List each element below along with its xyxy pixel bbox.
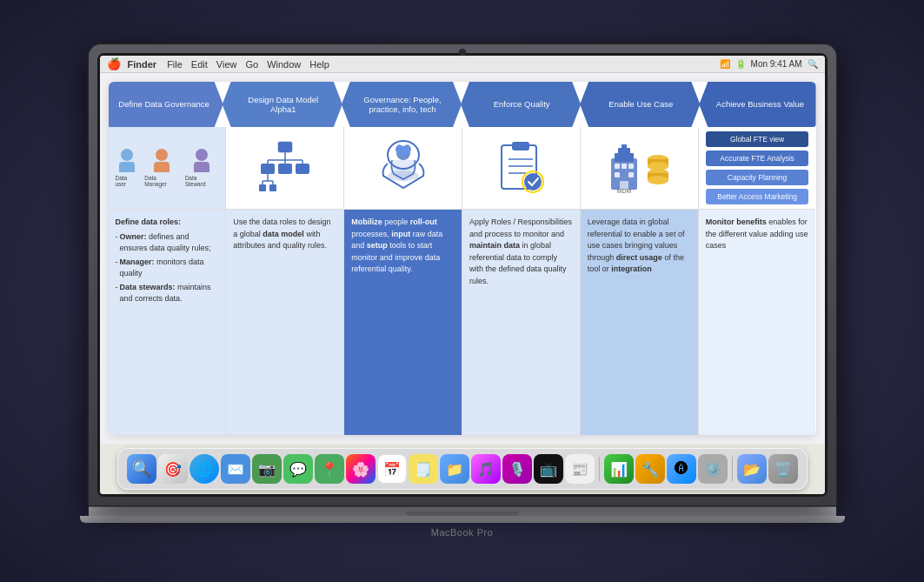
btn-accurate-fte[interactable]: Accurate FTE Analysis xyxy=(706,151,809,166)
hierarchy-icon xyxy=(255,137,316,198)
header-cell-1: Define Data Governance xyxy=(109,82,223,127)
text-cell-6: Monitor benefits enables for the differe… xyxy=(699,210,816,435)
dock-icon-photos[interactable]: 🌸 xyxy=(346,454,376,484)
svg-rect-0 xyxy=(278,142,292,152)
user-figure-1: Data user xyxy=(116,149,140,187)
dock-icon-messages[interactable]: 💬 xyxy=(283,454,313,484)
dock-area: 🔍 🎯 🌐 ✉️ 📷 💬 📍 🌸 📅 🗒️ 📁 🎵 🎙️ 📺 xyxy=(100,444,825,494)
menubar-app: Finder xyxy=(128,59,157,70)
button-group: Global FTE view Accurate FTE Analysis Ca… xyxy=(706,131,809,204)
dock-icon-notes[interactable]: 🗒️ xyxy=(409,454,438,484)
svg-rect-31 xyxy=(628,164,634,169)
menubar-time: Mon 9:41 AM xyxy=(751,59,802,69)
apple-logo[interactable]: 🍎 xyxy=(107,57,121,70)
dock-icon-news[interactable]: 📰 xyxy=(565,454,595,484)
menu-file[interactable]: File xyxy=(167,59,183,70)
svg-point-23 xyxy=(524,173,542,191)
svg-rect-32 xyxy=(615,172,620,177)
text-cell-5: Leverage data in global referential to e… xyxy=(581,210,698,435)
svg-rect-19 xyxy=(512,142,529,151)
text-cell-2: Use the data roles to design a global da… xyxy=(226,210,343,435)
dock-icon-files[interactable]: 📁 xyxy=(440,454,469,484)
coins-icon xyxy=(646,142,670,194)
menu-window[interactable]: Window xyxy=(267,59,301,70)
dock-icon-trash[interactable]: 🗑️ xyxy=(768,454,798,484)
menubar-items: File Edit View Go Window Help xyxy=(167,59,329,70)
icon-cell-4 xyxy=(462,127,580,210)
screen: 🍎 Finder File Edit View Go Window Help 📶… xyxy=(100,56,825,494)
macbook-label: MacBook Pro xyxy=(431,527,494,538)
text-cell-4: Apply Roles / Responsibilities and proce… xyxy=(462,210,580,435)
dock-separator xyxy=(599,457,600,481)
dock-icon-launchpad[interactable]: 🎯 xyxy=(158,454,188,484)
icon-cell-3 xyxy=(344,127,462,210)
menu-view[interactable]: View xyxy=(216,59,237,70)
svg-rect-13 xyxy=(259,184,266,191)
text-cell-3: Mobilize people roll-out processes, inpu… xyxy=(344,210,462,435)
governance-icon xyxy=(373,137,434,198)
header-cell-3: Governance: People, practice, info, tech xyxy=(342,82,462,127)
dock-icon-itunes[interactable]: 🎵 xyxy=(471,454,501,484)
svg-rect-8 xyxy=(296,164,309,174)
menu-go[interactable]: Go xyxy=(245,59,258,70)
dock-icon-settings[interactable]: ⚙️ xyxy=(698,454,728,484)
header-cell-5: Enable Use Case xyxy=(580,82,700,127)
dock-icon-appstore[interactable]: 🅐 xyxy=(667,454,696,484)
dock-icon-toolbox[interactable]: 🔧 xyxy=(635,454,665,484)
menubar: 🍎 Finder File Edit View Go Window Help 📶… xyxy=(100,56,825,73)
svg-rect-33 xyxy=(628,172,634,177)
header-cell-4: Enforce Quality xyxy=(461,82,581,127)
diagram: Define Data Governance Design Data Model… xyxy=(109,82,816,435)
icon-cell-1: Data user Data Manager xyxy=(109,127,226,210)
icon-cell-6: Global FTE view Accurate FTE Analysis Ca… xyxy=(699,127,816,210)
macbook-hinge xyxy=(89,505,836,516)
header-cell-6: Achieve Business Value xyxy=(699,82,815,127)
dock-icon-mail[interactable]: ✉️ xyxy=(221,454,250,484)
menu-edit[interactable]: Edit xyxy=(191,59,208,70)
dock-icon-safari[interactable]: 🌐 xyxy=(189,454,219,484)
dock-icon-folder[interactable]: 📂 xyxy=(737,454,767,484)
svg-text:MDM: MDM xyxy=(617,188,632,194)
grid-col-5: MDM xyxy=(581,127,699,435)
grid-col-1: Data user Data Manager xyxy=(109,127,227,435)
dock-separator-2 xyxy=(732,457,733,481)
dock-icon-numbers[interactable]: 📊 xyxy=(604,454,634,484)
menu-help[interactable]: Help xyxy=(309,59,329,70)
dock-icon-facetime[interactable]: 📷 xyxy=(252,454,282,484)
header-row: Define Data Governance Design Data Model… xyxy=(109,82,816,127)
svg-point-41 xyxy=(648,176,668,184)
mdm-icon: MDM xyxy=(608,141,641,195)
dock-icon-tv[interactable]: 📺 xyxy=(534,454,563,484)
grid-col-4: Apply Roles / Responsibilities and proce… xyxy=(462,127,581,435)
main-content: Define Data Governance Design Data Model… xyxy=(100,73,825,444)
btn-marketing[interactable]: Better Access Marketing xyxy=(706,189,809,204)
svg-rect-14 xyxy=(269,184,276,191)
svg-rect-30 xyxy=(622,164,627,169)
icon-cell-5: MDM xyxy=(581,127,698,210)
svg-point-17 xyxy=(388,171,419,181)
grid-col-3: Mobilize people roll-out processes, inpu… xyxy=(344,127,462,435)
btn-capacity[interactable]: Capacity Planning xyxy=(706,170,809,185)
text-cell-1: Define data roles: -Owner: defines and e… xyxy=(109,210,226,435)
dock-icon-podcasts[interactable]: 🎙️ xyxy=(502,454,532,484)
user-figure-3: Data Steward xyxy=(185,149,219,187)
grid-col-6: Global FTE view Accurate FTE Analysis Ca… xyxy=(699,127,816,435)
icon-cell-2 xyxy=(226,127,343,210)
user-figure-2: Data Manager xyxy=(144,149,179,187)
dock-icon-finder[interactable]: 🔍 xyxy=(127,454,156,484)
macbook-base xyxy=(80,516,845,523)
svg-rect-28 xyxy=(622,144,627,150)
header-cell-2: Design Data Model Alpha1 xyxy=(223,82,342,127)
checklist-icon xyxy=(495,138,547,197)
dock-icon-calendar[interactable]: 📅 xyxy=(377,454,407,484)
svg-rect-29 xyxy=(615,164,620,169)
macbook-lid: 🍎 Finder File Edit View Go Window Help 📶… xyxy=(89,44,836,505)
dock-icon-maps[interactable]: 📍 xyxy=(315,454,344,484)
grid-col-2: Use the data roles to design a global da… xyxy=(226,127,344,435)
grid-content: Data user Data Manager xyxy=(109,127,816,435)
dock: 🔍 🎯 🌐 ✉️ 📷 💬 📍 🌸 📅 🗒️ 📁 🎵 🎙️ 📺 xyxy=(117,448,808,490)
svg-rect-7 xyxy=(278,164,292,174)
svg-rect-6 xyxy=(261,164,275,174)
btn-global-fte[interactable]: Global FTE view xyxy=(706,131,809,147)
